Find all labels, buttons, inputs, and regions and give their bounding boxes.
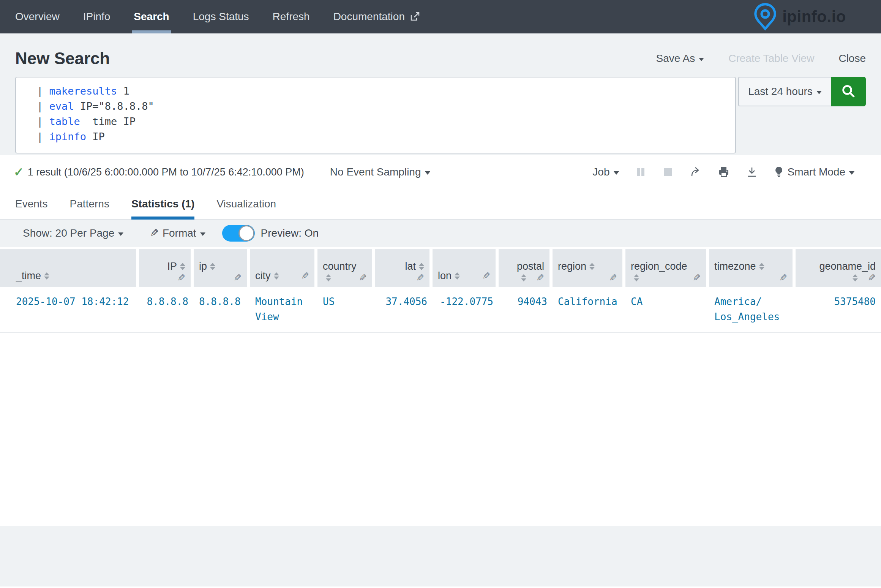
edit-column-icon[interactable]: ✎ bbox=[868, 273, 876, 283]
sort-icon[interactable] bbox=[419, 263, 424, 270]
sort-icon[interactable] bbox=[274, 272, 279, 280]
header-line: ✎ bbox=[558, 273, 617, 283]
per-page-dropdown[interactable]: Show: 20 Per Page bbox=[23, 227, 123, 239]
results-tabs: EventsPatternsStatistics (1)Visualizatio… bbox=[0, 189, 881, 220]
pencil-icon: ✎ bbox=[150, 228, 159, 239]
cell-lon[interactable]: -122.0775 bbox=[433, 287, 499, 332]
event-sampling-label: No Event Sampling bbox=[330, 166, 421, 178]
column-header-ip[interactable]: ip✎ bbox=[194, 249, 250, 287]
nav-items: OverviewIPinfoSearchLogs StatusRefreshDo… bbox=[15, 0, 444, 33]
cell-ip[interactable]: 8.8.8.8 bbox=[194, 287, 250, 332]
caret-down-icon bbox=[200, 232, 205, 236]
sort-icon[interactable] bbox=[521, 274, 526, 281]
sort-icon[interactable] bbox=[326, 274, 331, 281]
sort-up-arrow bbox=[326, 274, 331, 277]
column-header-lon[interactable]: lon✎ bbox=[433, 249, 499, 287]
job-menu-button[interactable]: Job bbox=[592, 166, 619, 178]
close-button[interactable]: Close bbox=[838, 52, 866, 65]
preview-toggle[interactable] bbox=[222, 225, 255, 242]
nav-item-label: Refresh bbox=[273, 11, 310, 23]
pause-button[interactable] bbox=[635, 166, 646, 178]
edit-column-icon[interactable]: ✎ bbox=[359, 273, 367, 283]
edit-column-icon[interactable]: ✎ bbox=[416, 273, 424, 283]
nav-item-documentation[interactable]: Documentation bbox=[333, 0, 420, 33]
sort-icon[interactable] bbox=[455, 272, 460, 280]
export-button[interactable] bbox=[746, 166, 758, 178]
sort-icon[interactable] bbox=[180, 263, 185, 270]
header-actions: Save As Create Table View Close bbox=[656, 52, 866, 65]
search-query-input[interactable]: | makeresults 1| eval IP="8.8.8.8"| tabl… bbox=[15, 77, 736, 153]
sort-icon[interactable] bbox=[759, 263, 764, 270]
column-header-timezone[interactable]: timezone✎ bbox=[709, 249, 796, 287]
cell-ip[interactable]: 8.8.8.8 bbox=[139, 287, 194, 332]
time-range-picker[interactable]: Last 24 hours bbox=[738, 77, 831, 106]
cell-postal[interactable]: 94043 bbox=[499, 287, 553, 332]
column-header-lat[interactable]: lat✎ bbox=[375, 249, 433, 287]
sort-up-arrow bbox=[455, 272, 460, 275]
save-as-button[interactable]: Save As bbox=[656, 52, 704, 65]
sort-icon[interactable] bbox=[44, 272, 49, 280]
column-header-region-code[interactable]: region_code✎ bbox=[625, 249, 709, 287]
cell-city[interactable]: Mountain View bbox=[250, 287, 317, 332]
edit-column-icon[interactable]: ✎ bbox=[177, 273, 185, 283]
per-page-label: Show: 20 Per Page bbox=[23, 227, 114, 239]
edit-column-icon[interactable]: ✎ bbox=[234, 273, 242, 283]
edit-column-icon[interactable]: ✎ bbox=[693, 273, 701, 283]
edit-column-icon[interactable]: ✎ bbox=[301, 271, 309, 281]
spl-keyword: makeresults bbox=[49, 85, 117, 97]
format-dropdown[interactable]: ✎ Format bbox=[150, 227, 205, 239]
sort-icon[interactable] bbox=[589, 263, 595, 270]
edit-column-icon[interactable]: ✎ bbox=[779, 273, 787, 283]
sort-icon[interactable] bbox=[853, 274, 858, 281]
tab-events[interactable]: Events bbox=[15, 189, 48, 219]
create-table-view-button[interactable]: Create Table View bbox=[728, 52, 814, 65]
nav-item-ipinfo[interactable]: IPinfo bbox=[83, 0, 111, 33]
print-button[interactable] bbox=[718, 166, 730, 178]
column-header-time[interactable]: _time bbox=[0, 249, 139, 287]
pipe-char: | bbox=[37, 85, 49, 97]
external-link-icon bbox=[409, 11, 420, 22]
sort-up-arrow bbox=[44, 272, 49, 275]
column-header-region[interactable]: region✎ bbox=[553, 249, 625, 287]
cell-timezone[interactable]: America/​Los_Angeles bbox=[709, 287, 796, 332]
edit-column-icon[interactable]: ✎ bbox=[609, 273, 617, 283]
cell-time[interactable]: 2025-10-07 18:42:12 bbox=[0, 287, 139, 332]
header-line: postal bbox=[504, 259, 544, 273]
sort-icon[interactable] bbox=[210, 263, 215, 270]
header-line: ✎ bbox=[199, 273, 242, 283]
cell-region-code[interactable]: CA bbox=[625, 287, 709, 332]
column-header-country[interactable]: country✎ bbox=[317, 249, 375, 287]
tab-statistics-1[interactable]: Statistics (1) bbox=[131, 189, 195, 219]
brand-logo[interactable]: ipinfo.io bbox=[753, 3, 881, 31]
sort-up-arrow bbox=[853, 274, 858, 277]
spl-keyword: table bbox=[49, 115, 80, 127]
nav-item-label: Overview bbox=[15, 11, 60, 23]
stop-button[interactable] bbox=[662, 166, 674, 178]
nav-item-search[interactable]: Search bbox=[134, 0, 169, 33]
spl-args: IP bbox=[86, 131, 105, 142]
share-button[interactable] bbox=[690, 166, 702, 178]
nav-item-refresh[interactable]: Refresh bbox=[273, 0, 310, 33]
nav-item-logs-status[interactable]: Logs Status bbox=[193, 0, 249, 33]
cell-lat[interactable]: 37.4056 bbox=[375, 287, 433, 332]
column-header-geoname-id[interactable]: geoname_id✎ bbox=[796, 249, 881, 287]
tab-patterns[interactable]: Patterns bbox=[70, 189, 109, 219]
sort-icon[interactable] bbox=[634, 274, 639, 281]
sort-down-arrow bbox=[210, 267, 215, 270]
cell-country[interactable]: US bbox=[317, 287, 375, 332]
column-header-ip[interactable]: IP✎ bbox=[139, 249, 194, 287]
query-line: | table _time IP bbox=[37, 114, 735, 129]
cell-region[interactable]: California bbox=[553, 287, 625, 332]
nav-item-overview[interactable]: Overview bbox=[15, 0, 60, 33]
tab-visualization[interactable]: Visualization bbox=[216, 189, 276, 219]
search-button[interactable] bbox=[831, 77, 866, 106]
search-mode-dropdown[interactable]: Smart Mode bbox=[774, 166, 855, 178]
caret-down-icon bbox=[816, 91, 822, 94]
column-header-postal[interactable]: postal✎ bbox=[499, 249, 553, 287]
event-sampling-dropdown[interactable]: No Event Sampling bbox=[330, 166, 430, 178]
column-header-city[interactable]: city✎ bbox=[250, 249, 317, 287]
cell-geoname-id[interactable]: 5375480 bbox=[796, 287, 881, 332]
footer-area bbox=[0, 526, 881, 586]
edit-column-icon[interactable]: ✎ bbox=[482, 271, 490, 281]
edit-column-icon[interactable]: ✎ bbox=[536, 273, 544, 283]
